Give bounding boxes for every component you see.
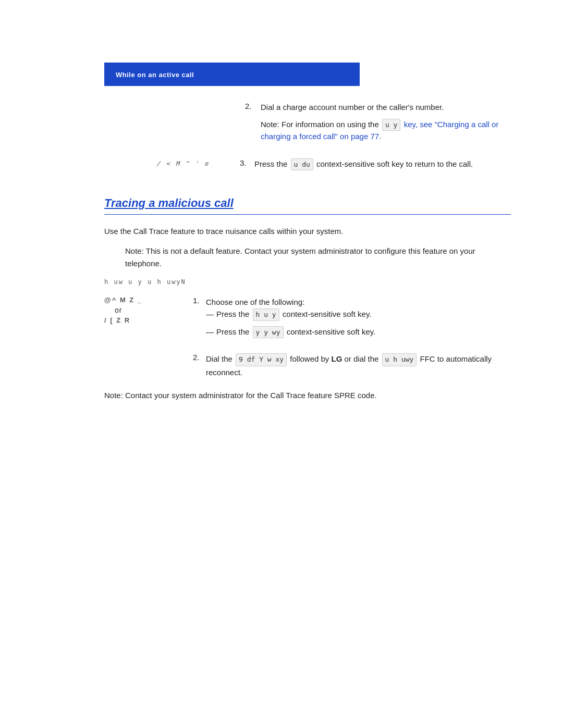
proc-step-1-images: @^ M Z _ or / [ Z R xyxy=(104,296,193,324)
step-2-note: Note: For information on using the u y k… xyxy=(261,119,521,143)
step-2-item: 2. Dial a charge account number or the c… xyxy=(245,102,521,148)
bullet2-suffix: context-sensitive soft key. xyxy=(287,327,376,336)
header-banner: While on an active call xyxy=(104,63,360,86)
section-note: Note: This is not a default feature. Con… xyxy=(125,245,511,270)
step-3-text: Press the u du context-sensitive soft ke… xyxy=(254,158,473,171)
step-3-key: u du xyxy=(291,158,313,171)
proc-step-2-bold: LG xyxy=(332,354,342,363)
proc-step-1-content: Choose one of the following: Press the h… xyxy=(206,296,511,343)
step-2-note-prefix: Note: For information on using the xyxy=(261,120,379,129)
proc-step-2-text1-prefix: Dial the xyxy=(206,354,232,363)
note-bottom: Note: Contact your system administrator … xyxy=(104,389,511,402)
bullet1-key: h u y xyxy=(253,309,279,321)
proc-step-2-number-container: 2. xyxy=(193,353,206,362)
bullet1-suffix: context-sensitive soft key. xyxy=(283,310,372,318)
step-2-number: 2. xyxy=(245,102,261,110)
step-3-text-prefix: Press the xyxy=(254,159,287,168)
section-intro: Use the Call Trace feature to trace nuis… xyxy=(104,225,511,238)
step-3-number: 3. xyxy=(240,158,254,167)
section-divider xyxy=(104,214,511,215)
proc-step-2-or: or dial the xyxy=(345,354,379,363)
step-2-content: Dial a charge account number or the call… xyxy=(261,102,521,148)
proc-step-1-number: 1. xyxy=(193,296,200,305)
procedure-section: @^ M Z _ or / [ Z R 1. Choose one of the… xyxy=(104,296,511,402)
bullet2-prefix: Press the xyxy=(216,327,249,336)
step-3-symbol: / < M ^ ' e xyxy=(156,160,209,167)
step-2-text: Dial a charge account number or the call… xyxy=(261,103,444,112)
step-3-content: 3. Press the u du context-sensitive soft… xyxy=(240,158,473,171)
bullet2-key: y y wy xyxy=(253,326,284,339)
proc-step-1-bullet2: Press the y y wy context-sensitive soft … xyxy=(206,326,511,339)
proc-step-1-image2: / [ Z R xyxy=(104,316,130,324)
proc-step-1-intro: Choose one of the following: xyxy=(206,298,304,306)
step-3-row: / < M ^ ' e 3. Press the u du context-se… xyxy=(156,158,521,171)
header-banner-text: While on an active call xyxy=(116,71,194,79)
proc-step-1-bullets: Press the h u y context-sensitive soft k… xyxy=(206,309,511,338)
page-container: While on an active call 2. Dial a charge… xyxy=(0,63,563,728)
procedure-header: h uw u y u h uwyN xyxy=(104,277,511,286)
proc-step-1-or: or xyxy=(115,306,122,314)
step-3-image: / < M ^ ' e xyxy=(156,158,240,167)
procedure-header-text: h uw u y u h uwyN xyxy=(104,278,186,286)
proc-step-1-number-container: 1. xyxy=(193,296,206,305)
step-2-note-key: u y xyxy=(382,119,400,131)
step-3-text-suffix: context-sensitive soft key to return to … xyxy=(316,159,473,168)
proc-step-2-content: Dial the 9 df Y w xy followed by LG or d… xyxy=(206,353,511,379)
proc-step-2-number: 2. xyxy=(193,353,200,362)
proc-step-2-key2: u h uwy xyxy=(382,353,417,366)
proc-step-2-middle: followed by xyxy=(290,354,329,363)
section-title: Tracing a malicious call xyxy=(104,196,511,212)
steps-container: 2. Dial a charge account number or the c… xyxy=(104,102,521,170)
proc-step-1-row: @^ M Z _ or / [ Z R 1. Choose one of the… xyxy=(104,296,511,343)
proc-step-2-row: 2. Dial the 9 df Y w xy followed by LG o… xyxy=(193,353,511,379)
bullet1-prefix: Press the xyxy=(216,310,249,318)
proc-step-1-image1: @^ M Z _ xyxy=(104,296,142,304)
proc-step-2-key1: 9 df Y w xy xyxy=(236,353,287,366)
proc-step-1-bullet1: Press the h u y context-sensitive soft k… xyxy=(206,309,511,321)
section-heading: Tracing a malicious call Use the Call Tr… xyxy=(104,196,511,286)
